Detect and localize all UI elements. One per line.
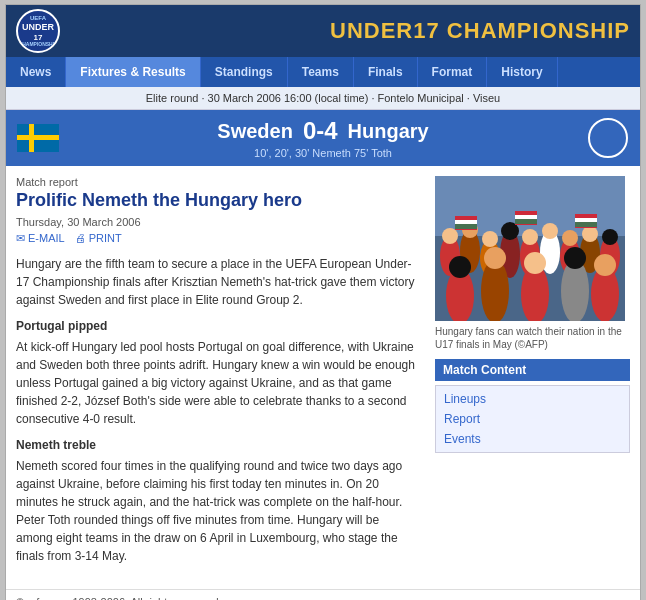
logo-badge: UEFA UNDER 17 CHAMPIONSHIP	[16, 9, 60, 53]
home-team-name: Sweden	[217, 120, 293, 143]
home-flag	[16, 116, 60, 160]
svg-point-15	[562, 230, 578, 246]
svg-point-36	[564, 247, 586, 269]
logo-area: UEFA UNDER 17 CHAMPIONSHIP	[16, 9, 60, 53]
print-action[interactable]: 🖨 PRINT	[75, 232, 122, 245]
article-body: Hungary are the fifth team to secure a p…	[16, 255, 415, 565]
photo-caption: Hungary fans can watch their nation in t…	[435, 325, 630, 351]
score-bar: Sweden 0-4 Hungary 10', 20', 30' Nemeth …	[6, 110, 640, 166]
print-label: PRINT	[89, 232, 122, 244]
score-teams-row: Sweden 0-4 Hungary	[70, 117, 576, 145]
match-content-box: Match Content Lineups Report Events	[435, 359, 630, 453]
section2-title: Nemeth treble	[16, 436, 415, 454]
site-header: UEFA UNDER 17 CHAMPIONSHIP UNDER17 CHAMP…	[6, 5, 640, 57]
title-suffix: CHAMPIONSHIP	[440, 18, 630, 43]
svg-rect-28	[575, 222, 597, 227]
logo-text: UEFA UNDER 17 CHAMPIONSHIP	[19, 15, 58, 48]
copyright: ©uefa.com 1998-2006. All rights reserved…	[6, 589, 640, 600]
nav-format[interactable]: Format	[418, 57, 488, 87]
main-content: Match report Prolific Nemeth the Hungary…	[6, 166, 640, 585]
svg-rect-25	[515, 219, 537, 224]
svg-point-38	[594, 254, 616, 276]
report-link[interactable]: Report	[444, 410, 621, 428]
article-photo	[435, 176, 625, 321]
svg-point-19	[602, 229, 618, 245]
away-flag	[586, 116, 630, 160]
section2: Nemeth treble Nemeth scored four times i…	[16, 436, 415, 565]
nav-news[interactable]: News	[6, 57, 66, 87]
svg-point-30	[449, 256, 471, 278]
svg-rect-22	[455, 224, 477, 229]
nav-history[interactable]: History	[487, 57, 557, 87]
article-actions: ✉ E-MAIL 🖨 PRINT	[16, 232, 415, 245]
print-icon: 🖨	[75, 232, 86, 244]
photo-section: Hungary fans can watch their nation in t…	[435, 176, 630, 351]
scorers-text: 10', 20', 30' Nemeth 75' Toth	[70, 147, 576, 159]
sweden-flag-icon	[17, 124, 59, 152]
crowd-illustration	[435, 176, 625, 321]
away-team-name: Hungary	[348, 120, 429, 143]
section1-body: At kick-off Hungary led pool hosts Portu…	[16, 340, 415, 426]
article-area: Match report Prolific Nemeth the Hungary…	[16, 176, 425, 575]
svg-point-13	[542, 223, 558, 239]
match-content-links: Lineups Report Events	[435, 385, 630, 453]
score-display: 0-4	[303, 117, 338, 145]
svg-point-11	[522, 229, 538, 245]
score-center: Sweden 0-4 Hungary 10', 20', 30' Nemeth …	[70, 117, 576, 159]
email-label: E-MAIL	[28, 232, 65, 244]
svg-point-32	[484, 247, 506, 269]
right-column: Hungary fans can watch their nation in t…	[435, 176, 630, 575]
svg-point-34	[524, 252, 546, 274]
site-title: UNDER17 CHAMPIONSHIP	[330, 18, 630, 44]
match-subheader: Elite round · 30 March 2006 16:00 (local…	[6, 87, 640, 110]
svg-point-3	[442, 228, 458, 244]
title-prefix: UNDER	[330, 18, 413, 43]
lineups-link[interactable]: Lineups	[444, 390, 621, 408]
intro-paragraph: Hungary are the fifth team to secure a p…	[16, 255, 415, 309]
hungary-flag-icon	[588, 118, 628, 158]
section2-body: Nemeth scored four times in the qualifyi…	[16, 459, 402, 563]
article-date: Thursday, 30 March 2006	[16, 216, 415, 228]
main-nav: News Fixtures & Results Standings Teams …	[6, 57, 640, 87]
section-label: Match report	[16, 176, 415, 188]
article-title: Prolific Nemeth the Hungary hero	[16, 190, 415, 212]
section1: Portugal pipped At kick-off Hungary led …	[16, 317, 415, 428]
nav-finals[interactable]: Finals	[354, 57, 418, 87]
nav-fixtures[interactable]: Fixtures & Results	[66, 57, 200, 87]
match-content-header: Match Content	[435, 359, 630, 381]
email-icon: ✉	[16, 232, 25, 245]
subheader-text: Elite round · 30 March 2006 16:00 (local…	[146, 92, 500, 104]
section1-title: Portugal pipped	[16, 317, 415, 335]
svg-point-7	[482, 231, 498, 247]
nav-teams[interactable]: Teams	[288, 57, 354, 87]
events-link[interactable]: Events	[444, 430, 621, 448]
svg-point-17	[582, 226, 598, 242]
title-number: 17	[413, 18, 439, 43]
email-action[interactable]: ✉ E-MAIL	[16, 232, 65, 245]
nav-standings[interactable]: Standings	[201, 57, 288, 87]
